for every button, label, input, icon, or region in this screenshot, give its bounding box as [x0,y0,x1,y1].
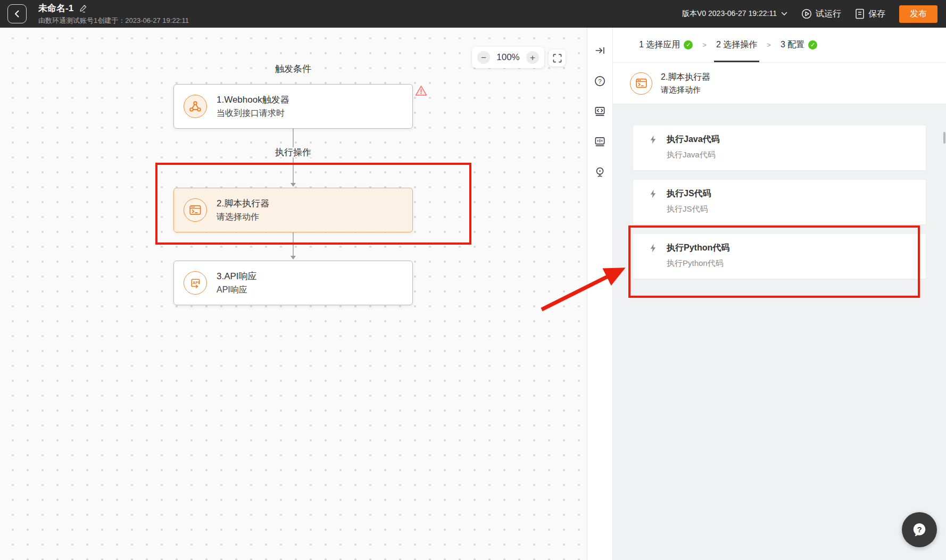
node-title: 1.Webhook触发器 [217,94,289,106]
step-separator: > [702,41,707,49]
warning-icon[interactable] [415,85,427,98]
step-select-action[interactable]: 2 选择操作 [714,28,759,62]
chevron-down-icon [781,12,787,16]
workflow-builder-app: 未命名-1 由数环通测试账号1创建于：2023-06-27 19:22:11 版… [0,0,946,560]
action-title: 执行Java代码 [667,134,720,145]
node-subtitle: 请选择动作 [217,212,269,223]
action-subtitle: 执行JS代码 [667,204,926,214]
zoom-control: − 100% + [472,47,544,68]
action-title: 执行JS代码 [667,188,711,199]
step-select-app[interactable]: 1 选择应用 ✓ [637,28,695,62]
version-label: 版本V0 2023-06-27 19:22:11 [682,9,777,19]
monitor-record-icon[interactable] [593,165,607,179]
action-item-js[interactable]: 执行JS代码 执行JS代码 [633,180,926,224]
lightning-icon [648,135,658,145]
topbar-actions: 版本V0 2023-06-27 19:22:11 试运行 保存 发布 [682,5,946,23]
panel-scrollbar[interactable] [943,132,945,144]
edit-pencil-icon[interactable] [79,4,88,13]
check-icon: ✓ [684,40,693,49]
action-item-python[interactable]: 执行Python代码 执行Python代码 [633,234,926,279]
save-button[interactable]: 保存 [855,9,885,20]
webhook-icon [184,95,207,118]
svg-text:?: ? [917,525,922,534]
node-title: 3.API响应 [217,270,257,282]
top-header-bar: 未命名-1 由数环通测试账号1创建于：2023-06-27 19:22:11 版… [0,0,946,28]
step-label: 3 配置 [781,39,804,51]
chevron-left-icon [13,10,21,18]
node-api-response[interactable]: API 3.API响应 API响应 [173,261,413,305]
svg-text:?: ? [598,78,601,84]
created-by-subtitle: 由数环通测试账号1创建于：2023-06-27 19:22:11 [38,16,189,26]
test-run-button[interactable]: 试运行 [801,9,841,20]
save-doc-icon [855,9,865,19]
arrow-down-icon [291,256,296,260]
api-icon: API [184,271,207,295]
steps-bar: 1 选择应用 ✓ > 2 选择操作 > 3 配置 ✓ [613,28,946,63]
zoom-in-button[interactable]: + [526,51,539,64]
step-label: 2 选择操作 [716,39,757,51]
node-subtitle: 当收到接口请求时 [217,108,289,119]
action-subtitle: 执行Python代码 [667,258,926,269]
node-script-executor[interactable]: 2.脚本执行器 请选择动作 [173,188,413,232]
action-list: 执行Java代码 执行Java代码 执行JS代码 执行JS代码 执行Python… [613,104,946,279]
code-window-icon[interactable] [593,104,607,118]
save-label: 保存 [868,9,885,20]
selected-app-header: 2.脚本执行器 请选择动作 [613,63,946,104]
workflow-canvas[interactable]: − 100% + 触发条件 1.Webhook触发器 当收到接口请求时 [0,28,587,560]
collapse-panel-icon[interactable] [593,44,607,57]
help-bubble-icon: ? [911,521,928,538]
check-icon: ✓ [808,40,817,49]
step-separator: > [767,41,771,49]
back-button[interactable] [7,4,27,23]
lightning-icon [648,243,658,253]
svg-text:API: API [192,280,199,285]
selected-app-title: 2.脚本执行器 [661,72,710,83]
zoom-out-button[interactable]: − [477,51,490,64]
page-title: 未命名-1 [38,2,73,14]
zoom-level-value: 100% [495,52,521,63]
node-title: 2.脚本执行器 [217,197,269,210]
lightning-icon [648,189,658,199]
log-window-icon[interactable] [593,135,607,148]
action-subtitle: 执行Java代码 [667,150,926,160]
node-webhook-trigger[interactable]: 1.Webhook触发器 当收到接口请求时 [173,84,413,129]
connector-line-2 [293,232,294,259]
action-title: 执行Python代码 [667,243,729,254]
test-run-label: 试运行 [816,9,841,20]
fullscreen-icon [553,54,562,63]
trigger-section-label: 触发条件 [173,63,413,75]
step-configure[interactable]: 3 配置 ✓ [778,28,819,62]
action-section-label: 执行操作 [173,146,413,158]
terminal-icon [630,72,652,95]
action-item-java[interactable]: 执行Java代码 执行Java代码 [633,126,926,170]
arrow-down-icon [291,183,296,187]
play-circle-icon [801,9,812,19]
help-fab-button[interactable]: ? [902,512,937,547]
fit-view-button[interactable] [549,49,566,66]
node-subtitle: API响应 [217,285,257,296]
side-tool-strip: ? [587,28,613,560]
selected-app-subtitle: 请选择动作 [661,85,710,95]
step-label: 1 选择应用 [639,39,680,51]
title-block: 未命名-1 由数环通测试账号1创建于：2023-06-27 19:22:11 [38,2,189,26]
help-circle-icon[interactable]: ? [593,74,607,88]
publish-button[interactable]: 发布 [899,5,937,23]
config-panel: 1 选择应用 ✓ > 2 选择操作 > 3 配置 ✓ 2.脚 [613,28,946,560]
version-dropdown[interactable]: 版本V0 2023-06-27 19:22:11 [682,9,787,19]
terminal-icon [184,198,207,222]
